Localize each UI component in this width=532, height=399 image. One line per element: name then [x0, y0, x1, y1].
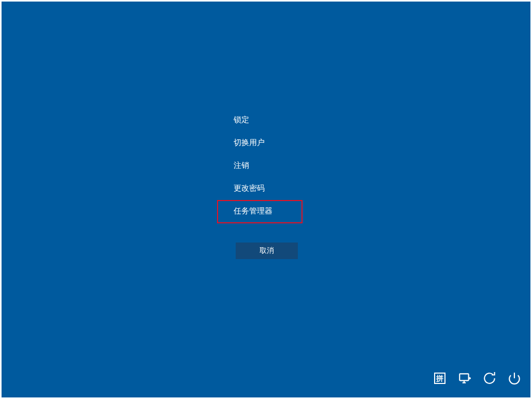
menu-item-task-manager[interactable]: 任务管理器 — [234, 206, 272, 216]
cancel-button-label: 取消 — [260, 246, 274, 255]
menu-item-label: 锁定 — [234, 115, 249, 124]
security-options-screen: 锁定 切换用户 注销 更改密码 任务管理器 取消 拼 — [2, 2, 530, 397]
ease-of-access-icon[interactable] — [483, 372, 496, 385]
menu-item-label: 注销 — [234, 161, 249, 169]
svg-rect-0 — [459, 374, 468, 380]
menu-item-switch-user[interactable]: 切换用户 — [234, 137, 272, 148]
cancel-button[interactable]: 取消 — [236, 243, 298, 259]
power-icon[interactable] — [508, 372, 521, 385]
system-tray: 拼 — [433, 372, 521, 385]
menu-item-label: 切换用户 — [234, 138, 265, 147]
ime-icon[interactable]: 拼 — [433, 372, 447, 385]
security-options-menu: 锁定 切换用户 注销 更改密码 任务管理器 — [234, 115, 272, 229]
menu-item-lock[interactable]: 锁定 — [234, 115, 272, 125]
menu-item-change-password[interactable]: 更改密码 — [234, 183, 272, 193]
ime-glyph: 拼 — [434, 373, 445, 384]
menu-item-sign-out[interactable]: 注销 — [234, 160, 272, 170]
menu-item-label: 任务管理器 — [234, 206, 272, 215]
menu-item-label: 更改密码 — [234, 183, 265, 192]
network-icon[interactable] — [458, 372, 471, 385]
